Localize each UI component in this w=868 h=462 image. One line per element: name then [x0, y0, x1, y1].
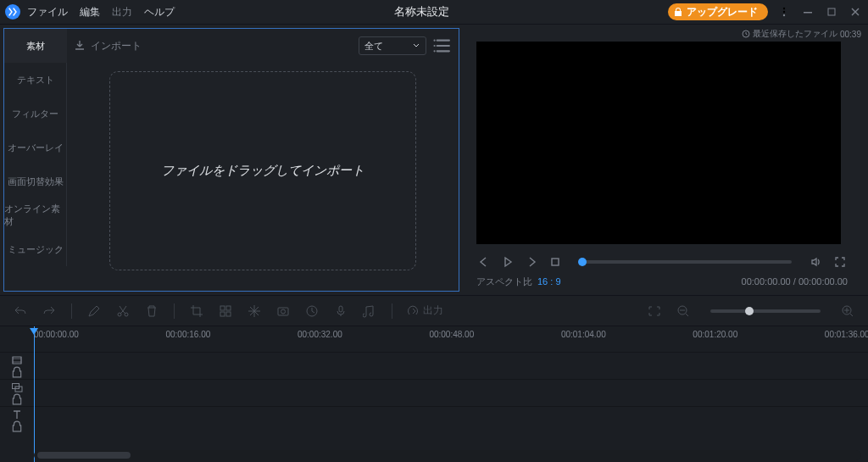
svg-rect-17 [13, 357, 21, 364]
side-tab-overlay[interactable]: オーバーレイ [4, 131, 67, 164]
export-button[interactable]: 出力 [406, 303, 443, 318]
svg-rect-10 [226, 312, 231, 316]
next-frame-button[interactable] [524, 254, 539, 270]
menu-export: 出力 [112, 5, 132, 19]
import-icon [74, 40, 86, 52]
lock-icon [11, 420, 23, 432]
import-button[interactable]: インポート [74, 39, 142, 53]
close-button[interactable] [848, 4, 863, 19]
undo-button[interactable] [12, 303, 29, 320]
ruler-tick: 00:01:04.00 [561, 330, 606, 339]
titlebar: ファイル 編集 出力 ヘルプ 名称未設定 アップグレード [0, 0, 868, 24]
play-button[interactable] [500, 254, 515, 270]
stop-button[interactable] [548, 254, 563, 270]
preview-panel: 最近保存したファイル 00:39 アスペクト比 16 : 9 00:00:00.… [465, 25, 868, 295]
separator [392, 303, 392, 319]
ruler-tick: 00:00:48.00 [429, 330, 474, 339]
window-title: 名称未設定 [175, 4, 668, 19]
side-tab-online[interactable]: オンライン素材 [4, 198, 67, 232]
prev-frame-button[interactable] [476, 254, 492, 270]
voiceover-button[interactable] [332, 303, 349, 320]
timeline-ruler[interactable]: 00:00:00.0000:00:16.0000:00:32.0000:00:4… [34, 326, 868, 352]
side-tab-filter[interactable]: フィルター [4, 97, 67, 131]
separator [174, 303, 175, 319]
menu-file[interactable]: ファイル [27, 5, 68, 19]
scrollbar-thumb[interactable] [37, 452, 131, 459]
menu-list: ファイル 編集 出力 ヘルプ [27, 5, 175, 19]
progress-handle[interactable] [578, 258, 587, 266]
snapshot-button[interactable] [275, 303, 292, 320]
app-logo-icon [5, 4, 20, 19]
svg-rect-6 [552, 259, 559, 265]
list-view-button[interactable] [433, 36, 452, 55]
recent-save-status: 最近保存したファイル 00:39 [466, 28, 861, 40]
svg-rect-3 [804, 12, 812, 14]
speed-button[interactable] [303, 303, 320, 320]
split-button[interactable] [114, 303, 131, 320]
side-tab-music[interactable]: ミュージック [4, 232, 67, 266]
mosaic-button[interactable] [217, 303, 234, 320]
ruler-tick: 00:00:16.00 [165, 330, 210, 339]
playback-progress[interactable] [580, 260, 792, 264]
drop-hint-text: ファイルをドラッグしてインポート [161, 163, 364, 179]
side-tab-media[interactable]: 素材 [4, 29, 67, 63]
zoom-in-button[interactable] [839, 303, 856, 320]
zoom-fit-button[interactable] [646, 303, 663, 320]
playhead[interactable] [34, 326, 35, 462]
pip-track[interactable] [0, 379, 868, 406]
svg-rect-11 [278, 308, 288, 315]
delete-button[interactable] [143, 303, 160, 320]
volume-button[interactable] [809, 254, 824, 270]
maximize-button[interactable] [824, 4, 839, 19]
text-track-head[interactable] [0, 407, 34, 433]
redo-button[interactable] [41, 303, 58, 320]
video-track-head[interactable] [0, 353, 34, 379]
aspect-value[interactable]: 16 : 9 [537, 276, 561, 287]
ruler-tick: 00:00:00.00 [34, 330, 79, 339]
lock-icon [673, 7, 683, 17]
video-preview[interactable] [476, 42, 841, 244]
timeline: 00:00:00.0000:00:16.0000:00:32.0000:00:4… [0, 326, 868, 462]
side-tab-list: 素材 テキスト フィルター オーバーレイ 画面切替効果 オンライン素材 ミュージ… [4, 29, 67, 291]
text-track[interactable] [0, 406, 868, 433]
svg-rect-14 [339, 306, 342, 312]
svg-point-12 [281, 309, 286, 314]
freeze-frame-button[interactable] [246, 303, 263, 320]
separator [71, 303, 72, 319]
ruler-tick: 00:00:32.00 [298, 330, 342, 339]
lock-icon [11, 393, 23, 405]
zoom-out-button[interactable] [675, 303, 692, 320]
chevron-down-icon [412, 42, 420, 50]
minimize-button[interactable] [800, 4, 815, 19]
more-options-button[interactable] [776, 4, 792, 19]
list-icon [433, 36, 452, 55]
recent-save-time: 00:39 [840, 30, 861, 39]
side-tab-transition[interactable]: 画面切替効果 [4, 164, 67, 198]
media-drop-area[interactable]: ファイルをドラッグしてインポート [109, 71, 416, 270]
audio-detach-button[interactable] [361, 303, 378, 320]
timeline-scrollbar[interactable] [34, 450, 861, 460]
svg-point-2 [783, 14, 785, 16]
media-filter-select[interactable]: 全て [359, 36, 426, 55]
video-track[interactable] [0, 352, 868, 379]
side-tab-text[interactable]: テキスト [4, 63, 67, 97]
menu-edit[interactable]: 編集 [80, 5, 100, 19]
ruler-tick: 00:01:36.00 [825, 330, 868, 339]
ruler-tick: 00:01:20.00 [693, 330, 737, 339]
media-panel: 素材 テキスト フィルター オーバーレイ 画面切替効果 オンライン素材 ミュージ… [3, 28, 459, 292]
fullscreen-button[interactable] [832, 254, 848, 270]
pip-track-icon [11, 381, 23, 393]
upgrade-button[interactable]: アップグレード [668, 3, 768, 20]
svg-rect-4 [828, 8, 835, 15]
svg-rect-9 [220, 312, 225, 316]
text-track-icon [11, 409, 23, 420]
upgrade-label: アップグレード [687, 5, 758, 19]
crop-button[interactable] [188, 303, 205, 320]
zoom-slider[interactable] [710, 309, 821, 313]
pip-track-head[interactable] [0, 380, 34, 406]
edit-button[interactable] [86, 303, 103, 320]
svg-point-1 [783, 11, 785, 13]
aspect-label: アスペクト比 [476, 276, 532, 288]
zoom-handle[interactable] [745, 307, 754, 315]
menu-help[interactable]: ヘルプ [144, 5, 175, 19]
